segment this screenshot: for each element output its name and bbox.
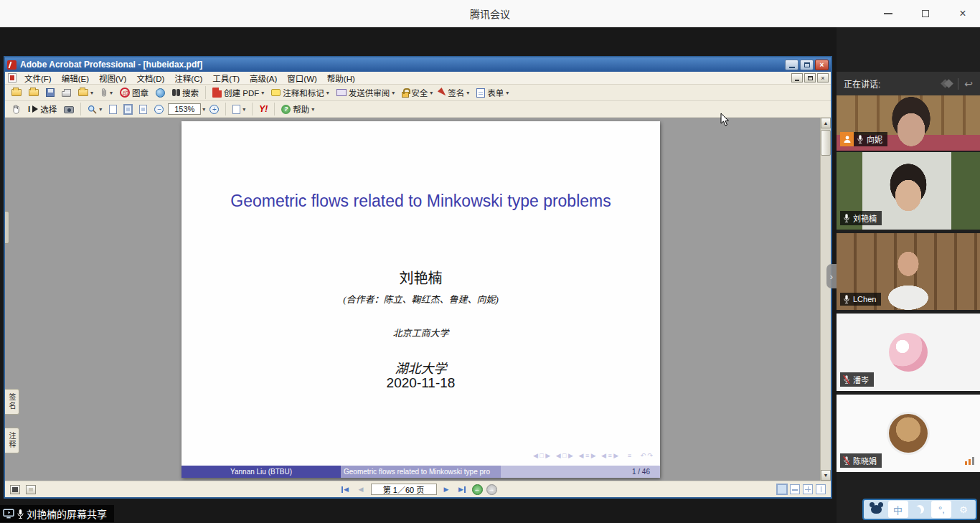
zoom-level-caret[interactable]: ▾ bbox=[202, 106, 205, 113]
ime-fullwidth-button[interactable] bbox=[910, 501, 930, 518]
video-tile-chenxiaojuan[interactable]: 陈晓娟 bbox=[837, 395, 980, 472]
create-pdf-button[interactable]: 创建 PDF▾ bbox=[209, 86, 267, 100]
menu-tools[interactable]: 工具(T) bbox=[207, 72, 245, 85]
video-tile-lchen[interactable]: LChen bbox=[837, 233, 980, 310]
nav-tab-signatures[interactable]: 签名 bbox=[5, 389, 19, 415]
share-banner-text: 刘艳楠的屏幕共享 bbox=[27, 506, 107, 521]
sidebar-collapse-button[interactable]: › bbox=[826, 264, 837, 288]
next-view-button[interactable]: → bbox=[486, 484, 497, 495]
facing-view-button[interactable] bbox=[803, 484, 813, 494]
doc-minimize-button[interactable] bbox=[791, 73, 803, 83]
menu-view[interactable]: 视图(V) bbox=[94, 72, 131, 85]
page-layout-button[interactable]: ▾ bbox=[230, 103, 248, 116]
scrollbar-thumb[interactable] bbox=[821, 130, 831, 156]
ime-punctuation-button[interactable]: °, bbox=[931, 501, 951, 518]
zoom-level-box[interactable]: 153% bbox=[168, 103, 201, 115]
security-button[interactable]: 安全▾ bbox=[399, 86, 435, 100]
mic-muted-icon bbox=[843, 456, 850, 466]
video-tile-pancen[interactable]: 潘岑 bbox=[837, 314, 980, 391]
zoom-tool-button[interactable]: ▾ bbox=[85, 103, 105, 116]
video-tile-liuyannan[interactable]: 刘艳楠 bbox=[837, 152, 980, 230]
zoom-in-button[interactable]: + bbox=[207, 103, 222, 116]
menu-document[interactable]: 文档(D) bbox=[131, 72, 169, 85]
security-label: 安全 bbox=[411, 87, 428, 98]
caret-down-icon: ▾ bbox=[242, 106, 245, 113]
participant-label: 潘岑 bbox=[840, 372, 874, 387]
footer-page-number: 1 / 46 bbox=[501, 466, 660, 478]
caret-down-icon: ▾ bbox=[110, 90, 113, 96]
printer-icon bbox=[62, 91, 71, 97]
footer-title: Geometric flows related to Minkowski typ… bbox=[341, 466, 501, 478]
back-arrow-icon[interactable]: ↩ bbox=[964, 78, 973, 90]
acrobat-toolbar-view: I选择 ▾ − 153% ▾ + ▾ Y! ?帮助▾ bbox=[5, 101, 831, 118]
select-tool-button[interactable]: I选择 bbox=[25, 103, 60, 116]
vertical-scrollbar[interactable]: ▲ ▼ bbox=[820, 118, 831, 481]
two-up-view-button[interactable] bbox=[816, 484, 826, 494]
continuous-view-button[interactable] bbox=[790, 484, 800, 494]
organizer-button[interactable]: ▾ bbox=[75, 86, 96, 100]
ime-settings-button[interactable]: ⚙ bbox=[953, 501, 974, 518]
attach-button[interactable]: ▾ bbox=[98, 86, 116, 100]
pdf-page: Geometric flows related to Minkowski typ… bbox=[182, 121, 660, 478]
nav-tab-comments[interactable]: 注释 bbox=[5, 428, 19, 453]
close-button[interactable]: × bbox=[953, 4, 973, 24]
comments-panel-button[interactable] bbox=[26, 485, 36, 494]
page-number-field[interactable]: 第 1／60 页 bbox=[371, 484, 437, 495]
menu-advanced[interactable]: 高级(A) bbox=[245, 72, 282, 85]
ime-language-button[interactable]: 中 bbox=[888, 501, 908, 518]
menu-window[interactable]: 窗口(W) bbox=[282, 72, 322, 85]
open-button[interactable] bbox=[9, 86, 24, 100]
acrobat-statusbar: ◀ ◀ 第 1／60 页 ▶ ▶ ← → bbox=[5, 481, 831, 497]
doc-restore-button[interactable] bbox=[804, 73, 816, 83]
doc-close-button[interactable]: × bbox=[817, 73, 829, 83]
minimize-button[interactable] bbox=[878, 4, 898, 24]
nav-pane-splitter[interactable] bbox=[5, 211, 9, 244]
fit-height-button[interactable] bbox=[121, 103, 135, 116]
print-button[interactable] bbox=[59, 86, 74, 100]
scroll-up-button[interactable]: ▲ bbox=[821, 118, 831, 128]
send-review-button[interactable]: 发送供审阅▾ bbox=[334, 86, 398, 100]
fit-width-icon bbox=[139, 105, 147, 114]
snapshot-button[interactable] bbox=[61, 103, 77, 116]
last-page-button[interactable]: ▶ bbox=[456, 484, 468, 495]
network-signal-icon bbox=[965, 457, 974, 465]
magnifier-icon bbox=[88, 105, 97, 114]
acrobat-close-button[interactable]: × bbox=[815, 60, 829, 70]
single-page-view-button[interactable] bbox=[777, 484, 787, 494]
first-page-button[interactable]: ◀ bbox=[339, 484, 352, 495]
save-button[interactable] bbox=[43, 86, 57, 100]
attachments-panel-button[interactable] bbox=[10, 485, 20, 494]
maximize-button[interactable] bbox=[915, 4, 936, 24]
menu-edit[interactable]: 编辑(E) bbox=[57, 72, 94, 85]
slide-collaborators: (合作者：陈立、鞠红杰、鲁建、向妮) bbox=[343, 292, 499, 306]
search-button[interactable]: 搜索 bbox=[169, 86, 202, 100]
yahoo-button[interactable]: Y! bbox=[256, 103, 270, 116]
host-badge-icon bbox=[840, 132, 854, 146]
markup-button[interactable]: 注释和标记▾ bbox=[268, 86, 332, 100]
forms-button[interactable]: 表单▾ bbox=[473, 86, 512, 100]
menu-comments[interactable]: 注释(C) bbox=[169, 72, 207, 85]
zoom-out-button[interactable]: − bbox=[151, 103, 166, 116]
pdf-document-icon[interactable] bbox=[8, 73, 17, 83]
stamp-button[interactable]: 印图章 bbox=[117, 86, 151, 100]
fit-page-button[interactable] bbox=[106, 103, 120, 116]
menu-file[interactable]: 文件(F) bbox=[19, 72, 57, 85]
previous-view-button[interactable]: ← bbox=[472, 484, 483, 495]
fit-width-button[interactable] bbox=[136, 103, 150, 116]
previous-page-button[interactable]: ◀ bbox=[355, 484, 367, 495]
help-button[interactable]: ?帮助▾ bbox=[278, 103, 317, 116]
next-page-button[interactable]: ▶ bbox=[440, 484, 453, 495]
paperclip-icon bbox=[100, 88, 108, 98]
speaking-bar-icons: ↩ bbox=[942, 78, 973, 90]
scroll-down-button[interactable]: ▼ bbox=[821, 470, 831, 481]
open-recent-button[interactable] bbox=[26, 86, 42, 100]
ime-logo-button[interactable] bbox=[866, 501, 886, 518]
hand-tool-button[interactable] bbox=[9, 103, 24, 116]
acrobat-restore-button[interactable] bbox=[800, 60, 814, 70]
beamer-navigation-symbols[interactable]: ◀ □ ▶ ◀ □ ▶ ◀ ≡ ▶ ◀ ≡ ▶ ≡ ↶ ↷ bbox=[533, 452, 653, 459]
menu-help[interactable]: 帮助(H) bbox=[322, 72, 360, 85]
sign-button[interactable]: 签名▾ bbox=[437, 86, 472, 100]
email-button[interactable] bbox=[153, 86, 168, 100]
video-tile-xiangni[interactable]: 向妮 bbox=[837, 95, 980, 151]
acrobat-minimize-button[interactable] bbox=[785, 60, 798, 70]
